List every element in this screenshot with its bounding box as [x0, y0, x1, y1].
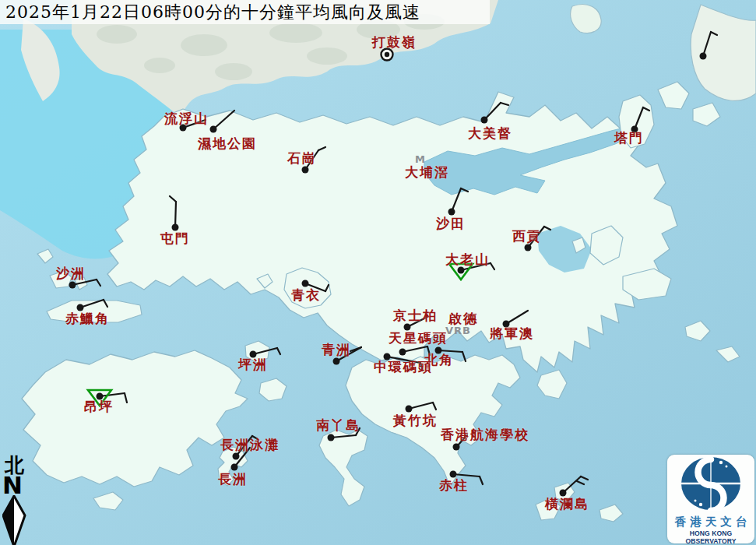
observatory-emblem-icon — [667, 455, 754, 511]
map-title: 2025年1月22日06時00分的十分鐘平均風向及風速 — [5, 2, 420, 23]
compass-north-letter: N — [2, 475, 33, 495]
observatory-logo: 香港天文台 HONG KONG OBSERVATORY — [667, 455, 754, 543]
north-compass: 北 N — [2, 455, 33, 545]
wind-map-screen: 打鼓嶺流浮山濕地公園石崗大美督塔門大埔滘M沙田屯門沙洲赤鱲角西貢大老山青衣京士柏… — [0, 0, 756, 545]
hong-kong-map-background — [0, 0, 756, 545]
north-arrow-icon — [2, 495, 27, 545]
logo-name-chinese: 香港天文台 — [667, 515, 754, 529]
logo-name-english: HONG KONG OBSERVATORY — [669, 529, 753, 544]
